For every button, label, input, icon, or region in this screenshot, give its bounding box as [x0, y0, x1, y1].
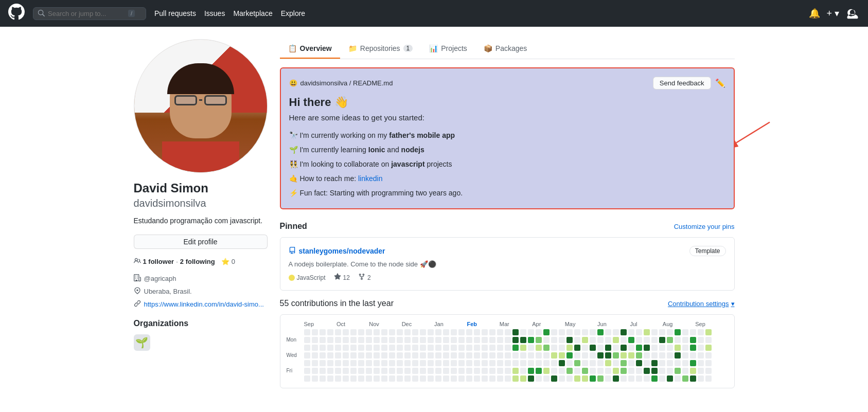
- contrib-cell: [590, 345, 596, 351]
- contrib-cell: [335, 368, 341, 374]
- contrib-cell: [566, 337, 573, 343]
- contrib-cell: [566, 352, 573, 359]
- contrib-cell: [682, 360, 688, 366]
- contrib-cell: [675, 329, 681, 335]
- edit-profile-button[interactable]: Edit profile: [134, 235, 268, 249]
- contrib-cell: [505, 352, 511, 359]
- contrib-cell: [443, 375, 449, 382]
- contrib-cell: [512, 329, 519, 335]
- contrib-cell: [381, 352, 387, 359]
- contrib-cell: [435, 337, 441, 343]
- contrib-week: [597, 329, 604, 382]
- tab-overview[interactable]: 📋 Overview: [280, 39, 340, 59]
- contrib-cell: [651, 329, 658, 335]
- contrib-cell: [644, 329, 650, 335]
- search-input[interactable]: [48, 10, 125, 17]
- tab-projects[interactable]: 📊 Projects: [421, 39, 475, 59]
- send-feedback-button[interactable]: Send feedback: [653, 77, 711, 89]
- contrib-week: [374, 329, 380, 382]
- contrib-cell: [559, 368, 565, 374]
- linkedin-readme-link[interactable]: linkedin: [358, 174, 382, 183]
- contrib-cell: [682, 345, 688, 351]
- edit-readme-button[interactable]: ✏️: [715, 78, 725, 88]
- contrib-cell: [482, 375, 488, 382]
- contrib-cell: [366, 360, 372, 366]
- contrib-week: [358, 329, 364, 382]
- contrib-cell: [636, 352, 642, 359]
- contrib-cell: [651, 375, 658, 382]
- contrib-week: [682, 329, 688, 382]
- contrib-cell: [350, 360, 357, 366]
- contrib-cell: [420, 368, 426, 374]
- contrib-cell: [621, 329, 627, 335]
- contrib-cell: [389, 352, 395, 359]
- search-bar[interactable]: /: [33, 7, 146, 20]
- tab-repositories[interactable]: 📁 Repositories 1: [340, 39, 421, 59]
- contrib-cell: [644, 368, 650, 374]
- contrib-cell: [312, 360, 318, 366]
- contrib-cell: [335, 329, 341, 335]
- nav-issues[interactable]: Issues: [204, 9, 225, 17]
- contrib-cell: [590, 375, 596, 382]
- contrib-cell: [659, 360, 665, 366]
- contrib-cell: [667, 352, 673, 359]
- contrib-cell: [636, 345, 642, 351]
- nav-explore[interactable]: Explore: [281, 9, 305, 17]
- contrib-cell: [636, 375, 642, 382]
- customize-pins-link[interactable]: Customize your pins: [674, 223, 735, 230]
- contrib-cell: [512, 368, 519, 374]
- tab-packages[interactable]: 📦 Packages: [475, 39, 535, 59]
- contrib-cell: [675, 345, 681, 351]
- contrib-week: [404, 329, 411, 382]
- github-logo[interactable]: [8, 4, 25, 23]
- contrib-cell: [698, 329, 704, 335]
- navbar: / Pull requests Issues Marketplace Explo…: [0, 0, 868, 27]
- contrib-cell: [482, 368, 488, 374]
- contrib-cell: [435, 352, 441, 359]
- contrib-cell: [667, 345, 673, 351]
- star-icon: ⭐: [221, 258, 229, 265]
- readme-box: 😃 davidsimonsilva / README.md Send feedb…: [280, 67, 735, 209]
- contrib-cell: [651, 360, 658, 366]
- contrib-cell: [628, 368, 634, 374]
- contrib-cell: [628, 337, 634, 343]
- org-avatar[interactable]: 🌱: [134, 334, 150, 351]
- readme-list: 🔭 I'm currently working on my father's m…: [289, 128, 725, 200]
- repo-icon: 📁: [348, 44, 357, 52]
- contrib-cell: [435, 345, 441, 351]
- contrib-cell: [320, 360, 326, 366]
- contribution-settings-link[interactable]: Contribution settings ▾: [668, 300, 735, 308]
- contrib-cell: [474, 375, 480, 382]
- linkedin-link[interactable]: https://www.linkedin.com/in/david-simo..…: [144, 300, 264, 308]
- contrib-cell: [690, 329, 696, 335]
- contrib-cell: [358, 352, 364, 359]
- status-icon[interactable]: 🖥: [245, 154, 259, 164]
- nav-marketplace[interactable]: Marketplace: [233, 9, 272, 17]
- people-icon: [134, 257, 141, 266]
- contrib-cell: [482, 360, 488, 366]
- contrib-cell: [628, 329, 634, 335]
- contrib-cell: [489, 337, 495, 343]
- notifications-icon[interactable]: 🔔: [809, 8, 820, 19]
- pinned-repo-link[interactable]: stanleygomes/nodevader: [289, 247, 385, 256]
- contrib-cell: [343, 345, 349, 351]
- user-avatar-nav[interactable]: [845, 5, 860, 22]
- contrib-cell: [636, 329, 642, 335]
- following-link[interactable]: 2 following: [180, 258, 215, 265]
- user-display-name: David Simon: [134, 181, 268, 195]
- contrib-week: [528, 329, 534, 382]
- contrib-cell: [404, 345, 411, 351]
- contrib-cell: [590, 352, 596, 359]
- contrib-cell: [597, 352, 604, 359]
- contrib-cell: [397, 337, 403, 343]
- nav-pull-requests[interactable]: Pull requests: [154, 9, 196, 17]
- followers-link[interactable]: 1 follower: [143, 258, 174, 265]
- contrib-cell: [412, 368, 418, 374]
- org-meta: @agricaph: [134, 274, 268, 283]
- contrib-cell: [536, 368, 542, 374]
- new-menu[interactable]: + ▾: [826, 8, 839, 19]
- contrib-cell: [350, 345, 357, 351]
- list-item: ⚡ Fun fact: Starting with programming tw…: [289, 186, 725, 200]
- contrib-cell: [451, 329, 457, 335]
- contrib-cell: [343, 375, 349, 382]
